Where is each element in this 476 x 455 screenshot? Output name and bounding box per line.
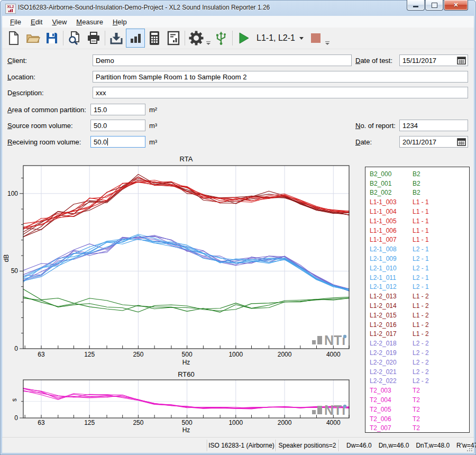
app-icon-bars — [8, 9, 13, 12]
rta-chart: NTı63125250500100020004000050100RTAHzdB — [2, 153, 366, 367]
measurement-row[interactable]: B2_000B2 — [365, 169, 469, 179]
restore-button[interactable] — [425, 0, 443, 11]
measurement-row[interactable]: L2-1_009L2 - 1 — [365, 254, 469, 263]
measurement-row[interactable]: L1-1_004L1 - 1 — [365, 207, 469, 216]
measurement-row[interactable]: T2_003T2 — [365, 386, 469, 395]
receiving-volume-input[interactable]: 50.0 — [90, 136, 145, 148]
measurement-id: L1-1_006 — [370, 227, 413, 234]
new-document-button[interactable] — [4, 29, 23, 48]
menu-bar: File Edit View Measure Help — [2, 16, 474, 28]
source-volume-input[interactable]: 50.0 — [90, 120, 145, 131]
measurement-row[interactable]: L1-1_007L1 - 1 — [365, 235, 469, 245]
toolbar-overflow-button[interactable] — [325, 29, 331, 47]
chart-view-button[interactable] — [126, 29, 145, 48]
measurement-row[interactable]: L1-2_017L1 - 2 — [365, 330, 469, 339]
measurement-id: L2-2_018 — [370, 340, 413, 347]
menu-measure[interactable]: Measure — [71, 17, 108, 27]
measurement-row[interactable]: L1-1_005L1 - 1 — [365, 216, 469, 226]
measurement-type: T2 — [413, 424, 420, 432]
print-preview-icon — [67, 31, 82, 46]
resize-grip[interactable] — [466, 445, 473, 452]
measurement-row[interactable]: T2_007T2 — [365, 424, 469, 433]
menu-edit[interactable]: Edit — [26, 17, 47, 27]
print-button[interactable] — [84, 29, 103, 48]
print-preview-button[interactable] — [65, 29, 84, 48]
measurement-type: L1 - 1 — [413, 217, 429, 225]
svg-text:125: 125 — [84, 351, 95, 358]
measurements-list[interactable]: B2_000B2B2_001B2B2_002B2L1-1_003L1 - 1L1… — [365, 167, 470, 433]
measurement-row[interactable]: T2_006T2 — [365, 414, 469, 424]
report-button[interactable] — [164, 29, 183, 48]
measurement-id: T2_004 — [370, 396, 413, 404]
measurement-selector[interactable]: L1-1, L2-1 — [253, 29, 307, 47]
text-caret — [107, 138, 108, 145]
calculator-button[interactable] — [145, 29, 164, 48]
toolbar-separator — [185, 31, 185, 46]
measurement-row[interactable]: L1-2_016L1 - 2 — [365, 320, 469, 330]
measurement-id: B2_001 — [370, 180, 413, 187]
status-speaker-positions: Speaker positions=2 — [276, 438, 338, 453]
measurement-row[interactable]: L2-2_019L2 - 2 — [365, 348, 469, 358]
measurement-row[interactable]: T2_004T2 — [365, 395, 469, 405]
svg-text:63: 63 — [38, 419, 45, 426]
save-button[interactable] — [42, 29, 61, 48]
close-button[interactable]: ✕ — [444, 0, 468, 11]
measurement-row[interactable]: L1-2_015L1 - 2 — [365, 311, 469, 320]
measurement-id: B2_000 — [370, 170, 413, 178]
measurement-row[interactable]: L2-1_010L2 - 1 — [365, 263, 469, 273]
measurement-row[interactable]: L2-1_011L2 - 1 — [365, 273, 469, 283]
measurement-row[interactable]: L1-2_013L1 - 2 — [365, 292, 469, 301]
open-project-button[interactable] — [23, 29, 42, 48]
calendar-icon[interactable] — [457, 138, 466, 146]
measurement-row[interactable]: L1-1_003L1 - 1 — [365, 197, 469, 207]
date-of-test-input[interactable]: 15/11/2017 — [399, 54, 468, 66]
stop-measurement-button[interactable] — [311, 33, 321, 43]
location-input[interactable]: Partition from Sample Room 1 to Sample R… — [93, 71, 468, 83]
status-dw: Dw=46.0 — [346, 442, 372, 449]
report-no-input[interactable]: 1234 — [399, 120, 468, 131]
calendar-icon[interactable] — [457, 56, 466, 65]
import-download-icon — [109, 31, 124, 46]
measurement-type: L1 - 2 — [413, 293, 429, 300]
measurement-row[interactable]: L2-2_020L2 - 2 — [365, 358, 469, 367]
usb-connect-button[interactable] — [212, 29, 231, 48]
measurement-row[interactable]: B2_001B2 — [365, 179, 469, 188]
minimize-button[interactable] — [407, 0, 425, 11]
import-from-xl2-button[interactable] — [107, 29, 126, 48]
svg-text:125: 125 — [84, 419, 95, 426]
measurement-type: L1 - 1 — [413, 236, 429, 243]
measurement-type: L1 - 1 — [413, 208, 429, 215]
measurement-id: L1-2_017 — [370, 330, 413, 338]
measurement-type: B2 — [413, 170, 420, 178]
settings-button[interactable] — [187, 29, 206, 48]
menu-help[interactable]: Help — [108, 17, 132, 27]
measurement-type: L2 - 1 — [413, 265, 429, 272]
menu-file[interactable]: File — [5, 17, 26, 27]
measurement-row[interactable]: L1-1_006L1 - 1 — [365, 226, 469, 235]
description-input[interactable]: xxx — [93, 87, 468, 98]
svg-text:1000: 1000 — [228, 351, 243, 358]
location-label: Location: — [7, 73, 35, 81]
measurement-row[interactable]: L2-2_021L2 - 2 — [365, 367, 469, 377]
measurement-row[interactable]: L1-2_014L1 - 2 — [365, 301, 469, 311]
measurement-row[interactable]: B2_002B2 — [365, 188, 469, 198]
measurement-row[interactable]: L2-1_012L2 - 1 — [365, 283, 469, 292]
svg-text:Hz: Hz — [182, 359, 190, 366]
menu-view[interactable]: View — [47, 17, 71, 27]
close-icon: ✕ — [453, 2, 458, 8]
date-input[interactable]: 20/11/2017 — [399, 136, 468, 148]
measurement-id: T2_005 — [370, 406, 413, 413]
play-measurement-button[interactable] — [234, 29, 253, 48]
toolbar-overflow-button[interactable] — [206, 29, 212, 47]
measurement-row[interactable]: L2-2_022L2 - 2 — [365, 377, 469, 386]
measurement-type: L2 - 1 — [413, 245, 429, 253]
svg-text:RT60: RT60 — [178, 370, 195, 378]
measurement-id: L1-2_015 — [370, 312, 413, 319]
measurement-row[interactable]: L2-2_018L2 - 2 — [365, 339, 469, 348]
measurement-row[interactable]: T2_005T2 — [365, 405, 469, 414]
measurement-id: L2-1_010 — [370, 265, 413, 272]
measurement-row[interactable]: L2-1_008L2 - 1 — [365, 244, 469, 254]
area-input[interactable]: 15.0 — [90, 104, 145, 115]
measurement-id: L2-2_019 — [370, 349, 413, 357]
client-input[interactable]: Demo — [93, 54, 352, 66]
